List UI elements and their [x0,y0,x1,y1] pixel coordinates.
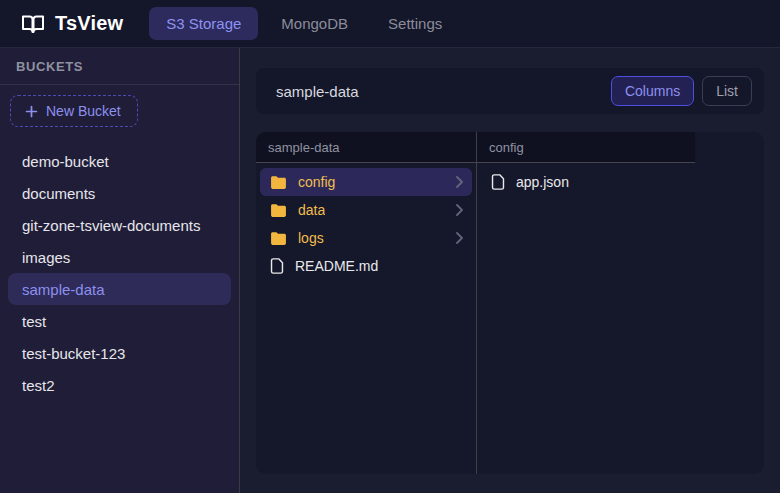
file-row-app-json[interactable]: app.json [481,168,691,196]
file-name: app.json [516,174,569,190]
list-view-button[interactable]: List [702,76,752,106]
new-bucket-label: New Bucket [46,103,121,119]
document-icon [491,174,505,190]
folder-icon [270,203,287,218]
folder-icon [270,231,287,246]
sidebar-item-images[interactable]: images [8,241,231,273]
new-bucket-button[interactable]: New Bucket [10,95,138,127]
sidebar-item-documents[interactable]: documents [8,177,231,209]
column-header: sample-data [256,132,476,163]
file-name: config [298,174,335,190]
file-row-data[interactable]: data [260,196,472,224]
main-content: sample-data Columns List sample-data con… [241,48,780,493]
tab-s3-storage[interactable]: S3 Storage [149,7,258,40]
chevron-right-icon [455,232,464,244]
nav-tabs: S3 Storage MongoDB Settings [149,7,459,40]
buckets-sidebar: BUCKETS New Bucket demo-bucket documents… [0,48,240,493]
sidebar-item-git-zone-tsview-documents[interactable]: git-zone-tsview-documents [8,209,231,241]
file-row-logs[interactable]: logs [260,224,472,252]
columns-view-button[interactable]: Columns [611,76,694,106]
column-header: config [477,132,695,163]
file-name: data [298,202,325,218]
document-icon [270,258,284,274]
plus-icon [25,105,38,118]
file-name: logs [298,230,324,246]
file-column-sample-data: sample-data config [256,132,477,474]
file-name: README.md [295,258,378,274]
file-columns-panel: sample-data config [256,132,764,474]
open-book-icon [20,12,46,36]
sidebar-item-test[interactable]: test [8,305,231,337]
file-row-readme[interactable]: README.md [260,252,472,280]
file-row-config[interactable]: config [260,168,472,196]
tab-mongodb[interactable]: MongoDB [264,7,365,40]
bucket-title: sample-data [276,83,359,100]
bucket-toolbar: sample-data Columns List [256,68,764,114]
chevron-right-icon [455,176,464,188]
tab-settings[interactable]: Settings [371,7,459,40]
sidebar-item-demo-bucket[interactable]: demo-bucket [8,145,231,177]
sidebar-item-sample-data[interactable]: sample-data [8,273,231,305]
view-toggle: Columns List [611,76,752,106]
folder-icon [270,175,287,190]
app-header: TsView S3 Storage MongoDB Settings [0,0,780,48]
bucket-list: demo-bucket documents git-zone-tsview-do… [0,137,239,401]
chevron-right-icon [455,204,464,216]
sidebar-item-test-bucket-123[interactable]: test-bucket-123 [8,337,231,369]
sidebar-item-test2[interactable]: test2 [8,369,231,401]
app-logo: TsView [20,12,123,36]
file-column-config: config app.json [477,132,695,474]
app-title: TsView [55,12,123,35]
sidebar-heading: BUCKETS [0,48,239,85]
